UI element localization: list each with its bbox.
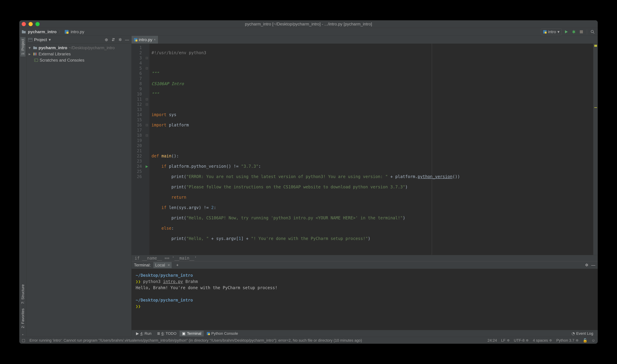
svg-rect-1 [67,32,68,34]
editor[interactable]: 1234567891011121314151617181920212223242… [132,44,598,255]
left-tool-rail: 1: Project 7: Structure 2: Favorites ★ [19,36,27,337]
chevron-right-icon: ▸ [28,51,32,57]
python-file-icon [64,29,69,34]
status-message[interactable]: Error running 'intro': Cannot run progra… [29,338,483,343]
terminal-tab[interactable]: Local × [153,262,172,268]
editor-area: intro.py × 12345678910111213141516171819… [132,36,598,337]
breadcrumb-file[interactable]: intro.py [71,29,84,34]
favorites-tool-tab[interactable]: 2: Favorites [20,307,26,330]
terminal-title: Terminal: [134,263,151,268]
run-config-name: intro [548,29,556,34]
terminal-output: Hello, Brahm! You're done with the PyCha… [136,285,594,291]
interpreter[interactable]: Python 3.7 ≑ [556,338,578,343]
editor-tab[interactable]: intro.py × [132,36,158,43]
svg-rect-8 [580,30,583,33]
run-config-selector[interactable]: intro ▾ [541,28,562,35]
line-number-gutter: 1234567891011121314151617181920212223242… [132,44,144,255]
svg-line-10 [593,32,594,34]
prompt-icon: ❯❯ [136,304,141,309]
close-icon[interactable]: × [168,263,170,267]
project-tree: ▾ pycharm_intro ~/Desktop/pycharm_intro … [27,44,131,64]
titlebar: pycharm_intro [~/Desktop/pycharm_intro] … [19,20,598,28]
project-panel-title: Project [34,37,47,42]
stop-button[interactable] [578,29,584,35]
statusbar: ▢ Error running 'intro': Cannot run prog… [19,337,598,344]
context-info-text: if __name__ == '__main__' [135,256,197,261]
structure-tool-tab[interactable]: 7: Structure [20,283,26,306]
cursor-position[interactable]: 24:24 [488,338,497,343]
chevron-down-icon: ▾ [557,29,560,34]
python-icon [207,332,210,335]
minimize-window-button[interactable] [28,22,33,26]
stripe-marker[interactable] [594,107,597,108]
tree-external-libs-label: External Libraries [39,51,71,57]
terminal-tool-tab[interactable]: ▣Terminal [180,331,204,337]
svg-point-9 [591,30,593,33]
folder-icon [33,46,37,50]
terminal-header: Terminal: Local × + ✲ — [132,261,598,269]
run-tool-tab[interactable]: ▶4: Run [134,331,154,337]
debug-button[interactable] [571,29,577,35]
project-tool-tab[interactable]: 1: Project [20,37,26,57]
project-panel: Project ▾ ⊕ ⇵ ✲ — ▾ pycharm_intro ~/Desk… [27,36,132,337]
svg-rect-11 [28,38,32,41]
expand-icon[interactable]: ⇵ [111,37,116,42]
navigation-bar: pycharm_intro 〉 intro.py intro ▾ [19,28,598,36]
gear-icon[interactable]: ✲ [118,37,123,42]
right-margin-guide [432,44,432,255]
readonly-lock-icon[interactable]: 🔓 [583,338,587,343]
tree-scratches[interactable]: Scratches and Consoles [27,57,131,63]
svg-rect-13 [33,53,34,55]
close-tab-icon[interactable]: × [154,38,156,42]
line-separator[interactable]: LF ≑ [501,338,510,343]
prompt-icon: ❯❯ [136,279,141,284]
status-icon[interactable]: ▢ [22,338,25,343]
close-window-button[interactable] [22,22,26,26]
maximize-window-button[interactable] [35,22,40,26]
tree-root-name: pycharm_intro [39,45,67,51]
chevron-down-icon[interactable]: ▾ [49,37,51,42]
folder-icon [21,29,26,34]
breadcrumb-project[interactable]: pycharm_intro [28,29,57,34]
svg-rect-21 [208,333,210,335]
terminal-tab-label: Local [155,263,165,267]
todo-tool-tab[interactable]: ≣6: TODO [155,331,179,337]
project-view-icon [28,38,32,41]
event-log-tool-tab[interactable]: ◔Event Log [569,331,596,337]
run-button[interactable] [563,29,569,35]
gear-icon[interactable]: ✲ [585,263,589,268]
editor-tabs: intro.py × [132,36,598,44]
breadcrumb-separator: 〉 [58,29,63,35]
python-console-tool-tab[interactable]: Python Console [204,331,240,337]
svg-point-17 [35,60,36,61]
run-line-marker-icon[interactable]: ▶ [144,164,149,169]
svg-rect-16 [34,59,38,62]
fold-gutter: ⊟⊟⊟⊟⊟⊟▶ [144,44,149,255]
tree-root[interactable]: ▾ pycharm_intro ~/Desktop/pycharm_intro [27,45,131,51]
terminal-content[interactable]: ~/Desktop/pycharm_intro ❯❯ python3 intro… [132,269,598,330]
terminal-cwd: ~/Desktop/pycharm_intro [136,273,193,278]
tree-root-path: ~/Desktop/pycharm_intro [69,45,115,51]
terminal-file-link[interactable]: intro.py [163,279,183,284]
breadcrumb: pycharm_intro 〉 intro.py [21,29,84,35]
hector-icon[interactable]: ☺ [591,338,595,343]
indent-config[interactable]: 4 spaces ≑ [533,338,552,343]
code-content[interactable]: #!/usr/bin/env python3 """ CS106AP Intro… [149,44,598,255]
window-title: pycharm_intro [~/Desktop/pycharm_intro] … [245,22,372,26]
library-icon [33,52,37,56]
editor-error-stripe[interactable] [593,44,598,255]
hide-panel-icon[interactable]: — [124,37,130,42]
project-panel-header: Project ▾ ⊕ ⇵ ✲ — [27,36,131,44]
python-icon [543,30,547,34]
locate-icon[interactable]: ⊕ [104,37,109,42]
svg-rect-3 [545,32,547,34]
svg-rect-15 [36,53,37,55]
python-file-icon [134,38,137,41]
hide-panel-icon[interactable]: — [591,263,595,268]
scratches-icon [34,58,38,62]
search-everywhere-button[interactable] [590,29,596,35]
add-terminal-tab[interactable]: + [174,262,180,268]
encoding[interactable]: UTF-8 ≑ [514,338,529,343]
pycharm-window: pycharm_intro [~/Desktop/pycharm_intro] … [19,20,598,344]
tree-external-libs[interactable]: ▸ External Libraries [27,51,131,57]
